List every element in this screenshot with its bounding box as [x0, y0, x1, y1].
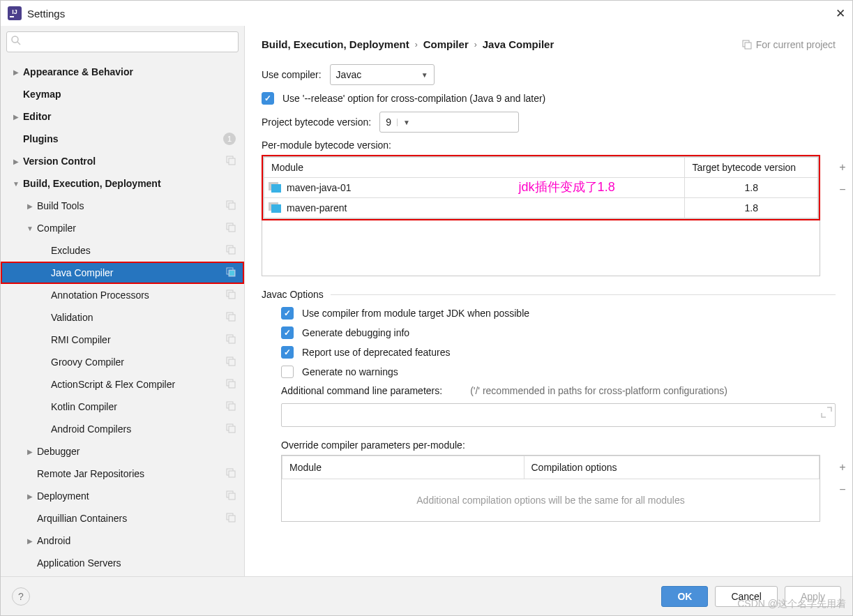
- sidebar-item-excludes[interactable]: Excludes: [1, 239, 244, 262]
- svg-rect-22: [229, 359, 235, 366]
- table-header[interactable]: Target bytecode version: [685, 158, 818, 178]
- sidebar-item-kotlin-compiler[interactable]: Kotlin Compiler: [1, 396, 244, 418]
- sidebar-item-android[interactable]: ▶Android: [1, 529, 244, 552]
- add-button[interactable]: +: [836, 156, 850, 179]
- no-warnings-checkbox[interactable]: [281, 366, 294, 378]
- deprecated-checkbox[interactable]: [281, 346, 294, 359]
- sidebar-item-annotation-processors[interactable]: Annotation Processors: [1, 284, 244, 306]
- help-button[interactable]: ?: [12, 587, 30, 606]
- debug-info-checkbox[interactable]: [281, 326, 294, 339]
- remove-button[interactable]: −: [836, 479, 850, 501]
- svg-rect-14: [229, 270, 235, 276]
- table-row[interactable]: maven-java-01 1.8: [264, 178, 818, 198]
- titlebar: IJ Settings ✕: [1, 1, 852, 26]
- svg-rect-1: [10, 16, 14, 17]
- table-header[interactable]: Module: [282, 456, 524, 479]
- sidebar-item-label: Build Tools: [37, 200, 84, 211]
- svg-rect-10: [229, 225, 235, 232]
- sidebar-item-label: Keymap: [23, 89, 61, 100]
- sidebar-item-compiler[interactable]: ▼Compiler: [1, 217, 244, 239]
- sidebar-item-application-servers[interactable]: Application Servers: [1, 552, 244, 574]
- table-header[interactable]: Compilation options: [524, 456, 820, 479]
- search-input[interactable]: [6, 31, 239, 52]
- sidebar-item-label: Debugger: [37, 446, 80, 457]
- copy-icon: [742, 40, 752, 50]
- copy-icon: [226, 356, 236, 368]
- sidebar-item-label: Compiler: [37, 223, 76, 234]
- window-title: Settings: [27, 8, 65, 20]
- sidebar-item-debugger[interactable]: ▶Debugger: [1, 440, 244, 463]
- sidebar-item-label: Application Servers: [37, 557, 121, 569]
- params-input[interactable]: [281, 403, 836, 427]
- svg-rect-26: [229, 404, 235, 410]
- breadcrumb[interactable]: Build, Execution, Deployment: [262, 38, 409, 50]
- sidebar-item-java-compiler[interactable]: Java Compiler: [1, 262, 244, 284]
- sidebar-item-build-tools[interactable]: ▶Build Tools: [1, 195, 244, 217]
- sidebar-item-label: Arquillian Containers: [37, 513, 127, 524]
- use-module-jdk-checkbox[interactable]: [281, 307, 294, 320]
- add-button[interactable]: +: [836, 456, 850, 479]
- override-table: Module Compilation options Additional co…: [281, 455, 820, 522]
- arrow-icon: ▶: [26, 537, 34, 545]
- sidebar-item-keymap[interactable]: Keymap: [1, 83, 244, 105]
- sidebar-item-label: Android: [37, 535, 70, 546]
- breadcrumb[interactable]: Compiler: [423, 38, 469, 50]
- module-table: Module Target bytecode version maven-jav…: [262, 155, 820, 220]
- per-module-label: Per-module bytecode version:: [262, 140, 836, 151]
- sidebar-item-deployment[interactable]: ▶Deployment: [1, 485, 244, 507]
- apply-button[interactable]: Apply: [785, 586, 841, 607]
- sidebar-item-remote-jar-repositories[interactable]: Remote Jar Repositories: [1, 463, 244, 485]
- module-icon: [271, 204, 281, 213]
- svg-rect-36: [745, 43, 751, 49]
- arrow-icon: ▶: [26, 202, 34, 210]
- sidebar-item-label: Annotation Processors: [51, 290, 149, 301]
- arrow-icon: ▼: [26, 225, 34, 232]
- sidebar-item-appearance-behavior[interactable]: ▶Appearance & Behavior: [1, 61, 244, 83]
- remove-button[interactable]: −: [836, 179, 850, 201]
- ok-button[interactable]: OK: [661, 586, 708, 607]
- bytecode-version-select[interactable]: 9 ▼: [379, 112, 519, 133]
- settings-tree: ▶Appearance & BehaviorKeymap▶EditorPlugi…: [1, 58, 244, 576]
- cancel-button[interactable]: Cancel: [715, 586, 778, 607]
- sidebar-item-actionscript-flex-compiler[interactable]: ActionScript & Flex Compiler: [1, 373, 244, 396]
- badge: 1: [223, 133, 236, 145]
- table-header[interactable]: Module: [264, 158, 685, 178]
- sidebar-item-build-execution-deployment[interactable]: ▼Build, Execution, Deployment: [1, 172, 244, 195]
- sidebar-item-rmi-compiler[interactable]: RMI Compiler: [1, 329, 244, 351]
- release-option-checkbox[interactable]: [262, 92, 274, 105]
- javac-section-title: Javac Options: [262, 289, 324, 300]
- copy-icon: [226, 267, 236, 279]
- close-icon[interactable]: ✕: [836, 6, 845, 21]
- sidebar-item-label: Editor: [23, 111, 51, 122]
- footer: ? OK Cancel Apply: [1, 576, 852, 615]
- copy-icon: [226, 468, 236, 480]
- copy-icon: [226, 423, 236, 435]
- sidebar-item-arquillian-containers[interactable]: Arquillian Containers: [1, 507, 244, 529]
- sidebar-item-label: Plugins: [23, 133, 59, 144]
- sidebar-item-android-compilers[interactable]: Android Compilers: [1, 418, 244, 440]
- svg-rect-34: [229, 516, 235, 522]
- chevron-right-icon: ›: [474, 40, 477, 50]
- table-row[interactable]: maven-parent 1.8: [264, 198, 818, 218]
- copy-icon: [226, 312, 236, 324]
- svg-rect-18: [229, 315, 235, 321]
- sidebar-item-label: Validation: [51, 312, 93, 323]
- chevron-down-icon: ▼: [397, 119, 410, 126]
- copy-icon: [226, 334, 236, 346]
- use-compiler-select[interactable]: Javac▼: [330, 64, 435, 85]
- params-label: Additional command line parameters:: [281, 385, 442, 396]
- svg-rect-6: [229, 158, 235, 165]
- override-label: Override compiler parameters per-module:: [281, 440, 836, 451]
- sidebar-item-groovy-compiler[interactable]: Groovy Compiler: [1, 351, 244, 373]
- for-project-label: For current project: [742, 39, 836, 50]
- svg-rect-8: [229, 203, 235, 209]
- chevron-down-icon: ▼: [421, 71, 428, 79]
- svg-rect-28: [229, 426, 235, 433]
- expand-icon[interactable]: [820, 406, 833, 419]
- sidebar-item-editor[interactable]: ▶Editor: [1, 105, 244, 128]
- sidebar-item-label: Build, Execution, Deployment: [23, 178, 161, 189]
- sidebar-item-version-control[interactable]: ▶Version Control: [1, 150, 244, 172]
- sidebar-item-plugins[interactable]: Plugins1: [1, 128, 244, 150]
- chevron-right-icon: ›: [415, 40, 418, 50]
- sidebar-item-validation[interactable]: Validation: [1, 306, 244, 329]
